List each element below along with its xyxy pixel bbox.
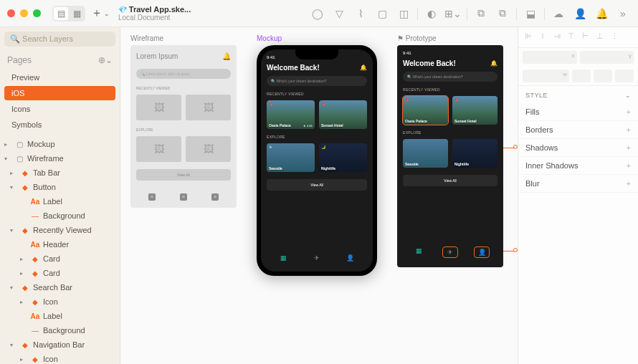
add-shadow-icon[interactable]: + bbox=[627, 143, 631, 152]
page-ios[interactable]: iOS bbox=[4, 86, 115, 100]
dim-field[interactable]: x bbox=[523, 51, 577, 64]
artboard-wireframe[interactable]: Wireframe Lorem Ipsum🔔 🔍 Lorem ipsum dol… bbox=[130, 34, 237, 357]
tab-flights-icon: ✈ bbox=[310, 254, 324, 262]
doc-name: Travel App.ske... bbox=[118, 5, 191, 14]
prop-fills[interactable]: Fills+ bbox=[518, 103, 638, 121]
align-middle-icon[interactable]: ⊢ bbox=[580, 32, 591, 43]
layer-wireframe[interactable]: ▾▢Wireframe bbox=[0, 151, 120, 166]
document-title[interactable]: Travel App.ske... Local Document bbox=[118, 5, 191, 21]
page-preview[interactable]: Preview bbox=[0, 70, 120, 85]
layer-label[interactable]: AaLabel bbox=[0, 194, 120, 209]
align-center-icon[interactable]: ⫲ bbox=[537, 32, 548, 43]
inspector-panel: ⊫ ⫲ ⫣ ⊤ ⊢ ⊥ ⋮ xy w STYLE⌄ Fills+ Borders… bbox=[518, 27, 638, 364]
cloud-icon[interactable]: ☁ bbox=[551, 6, 566, 21]
tool-shape-icon[interactable]: ◯ bbox=[310, 6, 325, 21]
tool-resize-icon[interactable]: ⊞⌄ bbox=[445, 6, 461, 21]
tool-path-icon[interactable]: ⌇ bbox=[353, 6, 368, 21]
tool-union-icon[interactable]: ⬓ bbox=[523, 6, 538, 21]
card-nightlife: 🌙Nightlife bbox=[319, 143, 367, 172]
notch bbox=[295, 49, 338, 59]
grid-view-icon[interactable]: ▦ bbox=[70, 7, 84, 20]
card-seaside: ☀Seaside bbox=[267, 143, 315, 172]
prop-shadows[interactable]: Shadows+ bbox=[518, 139, 638, 157]
artboard-label[interactable]: Prototype bbox=[397, 34, 503, 42]
artboard-prototype[interactable]: Prototype 9:41 Welcome Back!🔔 🔍 What's y… bbox=[397, 34, 503, 357]
layer-header[interactable]: AaHeader bbox=[0, 237, 120, 252]
tool-back-icon[interactable]: ⧉ bbox=[495, 6, 510, 21]
align-left-icon[interactable]: ⊫ bbox=[523, 32, 534, 43]
page-symbols[interactable]: Symbols bbox=[0, 117, 120, 133]
layer-mockup[interactable]: ▸▢Mockup bbox=[0, 137, 120, 151]
artboard-label[interactable]: Wireframe bbox=[130, 34, 237, 42]
layer-card-2[interactable]: ▸◆Card bbox=[0, 266, 120, 280]
add-inner-shadow-icon[interactable]: + bbox=[627, 161, 631, 170]
notify-icon[interactable]: 🔔 bbox=[594, 6, 609, 21]
recently-label: RECENTLY VIEWED bbox=[267, 92, 367, 96]
tool-image-icon[interactable]: ▢ bbox=[374, 6, 390, 21]
window-controls bbox=[7, 9, 41, 17]
layer-searchbar[interactable]: ▾◆Search Bar bbox=[0, 280, 120, 294]
wf-card: 🖼 bbox=[136, 136, 181, 162]
align-bottom-icon[interactable]: ⊥ bbox=[594, 32, 606, 43]
dim-field[interactable]: y bbox=[580, 51, 634, 64]
layer-card-1[interactable]: ▸◆Card bbox=[0, 252, 120, 266]
mockup-search: 🔍 What's your dream destination? bbox=[267, 76, 367, 86]
prop-inner-shadows[interactable]: Inner Shadows+ bbox=[518, 157, 638, 175]
layer-button[interactable]: ▾◆Button bbox=[0, 180, 120, 194]
layer-icon-2[interactable]: ▸◆Icon bbox=[0, 352, 120, 364]
tab-home-icon: ▦ bbox=[411, 247, 426, 257]
bell-icon: 🔔 bbox=[490, 60, 497, 67]
artboard-mockup[interactable]: Mockup 9:41 Welcome Back!🔔 🔍 What's your… bbox=[257, 34, 377, 357]
minimize-icon[interactable] bbox=[20, 9, 28, 17]
insert-button[interactable]: ＋⌄ bbox=[91, 6, 110, 21]
tool-edit-icon[interactable]: ◐ bbox=[424, 6, 439, 21]
tabbar: ▦✈👤 bbox=[403, 243, 497, 262]
close-icon[interactable] bbox=[7, 9, 15, 17]
layer-navbar[interactable]: ▾◆Navigation Bar bbox=[0, 337, 120, 352]
card-oasis: 🔖Oasis Palace bbox=[403, 96, 448, 125]
flip-v-icon[interactable] bbox=[615, 70, 634, 82]
view-toggle[interactable]: ▤ ▦ bbox=[52, 6, 85, 21]
add-blur-icon[interactable]: + bbox=[627, 179, 631, 188]
hotspot-node[interactable] bbox=[513, 145, 518, 149]
wf-card: 🖼 bbox=[186, 136, 231, 162]
add-page-icon[interactable]: ⊕ bbox=[98, 55, 105, 65]
align-tools: ⊫ ⫲ ⫣ ⊤ ⊢ ⊥ ⋮ bbox=[518, 27, 638, 48]
prop-borders[interactable]: Borders+ bbox=[518, 121, 638, 139]
tool-forward-icon[interactable]: ⧉ bbox=[473, 6, 489, 21]
layer-icon[interactable]: ▸◆Icon bbox=[0, 294, 120, 309]
pages-chevron-icon[interactable]: ⌄ bbox=[105, 55, 113, 65]
align-top-icon[interactable]: ⊤ bbox=[566, 32, 577, 43]
dim-field[interactable]: w bbox=[523, 70, 569, 82]
layer-label-2[interactable]: AaLabel bbox=[0, 309, 120, 323]
prop-blur[interactable]: Blur+ bbox=[518, 175, 638, 193]
search-layers-input[interactable]: 🔍 Search Layers bbox=[4, 32, 115, 47]
sidebar-view-icon[interactable]: ▤ bbox=[54, 7, 68, 20]
add-fill-icon[interactable]: + bbox=[627, 107, 631, 116]
explore-label: EXPLORE bbox=[267, 135, 367, 139]
tabbar: ▦✈👤 bbox=[267, 250, 367, 266]
distribute-icon[interactable]: ⋮ bbox=[609, 32, 620, 43]
layer-background-2[interactable]: —Background bbox=[0, 323, 120, 337]
page-icons[interactable]: Icons bbox=[0, 101, 120, 117]
dim-field[interactable] bbox=[572, 70, 591, 82]
pages-header: Pages ⊕ ⌄ bbox=[0, 51, 120, 70]
collab-icon[interactable]: 👤 bbox=[572, 6, 588, 21]
layer-recently-viewed[interactable]: ▾◆Recently Viewed bbox=[0, 223, 120, 237]
align-right-icon[interactable]: ⫣ bbox=[551, 32, 563, 43]
tool-mask-icon[interactable]: ▽ bbox=[331, 6, 347, 21]
flip-h-icon[interactable] bbox=[594, 70, 612, 82]
tool-symbol-icon[interactable]: ◫ bbox=[396, 6, 411, 21]
layer-background[interactable]: —Background bbox=[0, 209, 120, 223]
more-icon[interactable]: » bbox=[615, 6, 631, 21]
artboard-label[interactable]: Mockup bbox=[257, 34, 377, 42]
canvas[interactable]: Wireframe Lorem Ipsum🔔 🔍 Lorem ipsum dol… bbox=[120, 27, 518, 364]
chevron-down-icon[interactable]: ⌄ bbox=[625, 92, 632, 99]
wf-tabbar: ✕✕✕ bbox=[136, 189, 231, 202]
hotspot-node[interactable] bbox=[513, 248, 518, 252]
add-border-icon[interactable]: + bbox=[627, 125, 631, 134]
wf-card: 🖼 bbox=[136, 95, 181, 120]
maximize-icon[interactable] bbox=[33, 9, 41, 17]
card-oasis: 🔖Oasis Palace★ 4.61 bbox=[267, 100, 315, 129]
layer-tabbar[interactable]: ▸◆Tab Bar bbox=[0, 166, 120, 180]
